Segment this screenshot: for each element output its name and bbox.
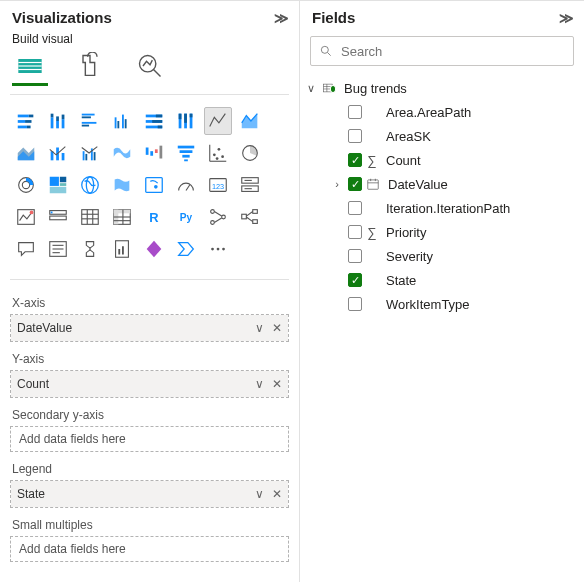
field-label: Priority [382, 225, 426, 240]
active-indicator-icon [330, 85, 336, 93]
svg-point-114 [217, 248, 220, 251]
svg-rect-16 [62, 119, 65, 128]
line-clustered-column-icon[interactable] [76, 139, 104, 167]
tab-format[interactable] [76, 52, 104, 80]
power-automate-icon[interactable] [172, 235, 200, 263]
svg-line-70 [186, 185, 190, 191]
xaxis-well[interactable]: DateValue ∨✕ [10, 314, 289, 342]
treemap-icon[interactable] [44, 171, 72, 199]
svg-rect-11 [27, 126, 31, 129]
remove-icon[interactable]: ✕ [272, 487, 282, 501]
decomposition-tree-icon[interactable] [236, 203, 264, 231]
field-severity[interactable]: Severity [304, 244, 578, 268]
remove-icon[interactable]: ✕ [272, 321, 282, 335]
py-visual-icon[interactable]: Py [172, 203, 200, 231]
yaxis-chip[interactable]: Count ∨✕ [11, 371, 288, 397]
clustered-column-icon[interactable] [108, 107, 136, 135]
line-stacked-column-icon[interactable] [44, 139, 72, 167]
chevron-down-icon[interactable]: ∨ [255, 321, 264, 335]
clustered-bar-icon[interactable] [76, 107, 104, 135]
field-area-areapath[interactable]: Area.AreaPath [304, 100, 578, 124]
svg-rect-15 [56, 116, 59, 121]
field-datevalue[interactable]: ›✓DateValue [304, 172, 578, 196]
r-visual-icon[interactable]: R [140, 203, 168, 231]
remove-icon[interactable]: ✕ [272, 377, 282, 391]
legend-well[interactable]: State ∨✕ [10, 480, 289, 508]
svg-point-61 [22, 181, 29, 188]
field-workitemtype[interactable]: WorkItemType [304, 292, 578, 316]
goals-icon[interactable] [76, 235, 104, 263]
field-checkbox[interactable] [348, 129, 362, 143]
chevron-down-icon[interactable]: ∨ [255, 377, 264, 391]
paginated-report-icon[interactable] [108, 235, 136, 263]
tab-build[interactable] [16, 52, 44, 80]
key-influencers-icon[interactable] [204, 203, 232, 231]
svg-rect-17 [62, 115, 65, 120]
more-visuals-icon[interactable] [204, 235, 232, 263]
field-checkbox[interactable]: ✓ [348, 177, 362, 191]
field-state[interactable]: ✓State [304, 268, 578, 292]
waterfall-icon[interactable] [140, 139, 168, 167]
kpi-icon[interactable] [12, 203, 40, 231]
line-chart-icon[interactable] [204, 107, 232, 135]
filled-map-icon[interactable] [108, 171, 136, 199]
yaxis-label: Y-axis [10, 342, 289, 370]
smart-narrative-icon[interactable] [44, 235, 72, 263]
field-checkbox[interactable]: ✓ [348, 153, 362, 167]
ribbon-chart-icon[interactable] [108, 139, 136, 167]
field-label: Iteration.IterationPath [382, 201, 510, 216]
scatter-icon[interactable] [204, 139, 232, 167]
stacked-bar-icon[interactable] [12, 107, 40, 135]
multi-row-card-icon[interactable] [236, 171, 264, 199]
gauge-icon[interactable] [172, 171, 200, 199]
svg-rect-21 [82, 125, 89, 127]
table-icon[interactable] [76, 203, 104, 231]
field-areask[interactable]: AreaSK [304, 124, 578, 148]
collapse-fields-icon[interactable]: ≫ [559, 10, 574, 26]
yaxis-well[interactable]: Count ∨✕ [10, 370, 289, 398]
field-count[interactable]: ✓∑Count [304, 148, 578, 172]
collapse-viz-icon[interactable]: ≫ [274, 10, 289, 26]
fields-panel: Fields ≫ ∨ Bug trends Area.AreaPathAreaS… [300, 0, 584, 582]
stacked-column-icon[interactable] [44, 107, 72, 135]
card-icon[interactable]: 123 [204, 171, 232, 199]
hundred-stacked-bar-icon[interactable] [140, 107, 168, 135]
field-checkbox[interactable]: ✓ [348, 273, 362, 287]
field-checkbox[interactable] [348, 201, 362, 215]
svg-rect-41 [83, 151, 85, 160]
matrix-icon[interactable] [108, 203, 136, 231]
xaxis-chip[interactable]: DateValue ∨✕ [11, 315, 288, 341]
funnel-icon[interactable] [172, 139, 200, 167]
small-well[interactable]: Add data fields here [10, 536, 289, 562]
fields-tree: ∨ Bug trends Area.AreaPathAreaSK✓∑Count›… [300, 72, 584, 320]
field-checkbox[interactable] [348, 105, 362, 119]
xaxis-label: X-axis [10, 286, 289, 314]
table-bug-trends[interactable]: ∨ Bug trends [304, 76, 578, 100]
field-checkbox[interactable] [348, 297, 362, 311]
donut-icon[interactable] [12, 171, 40, 199]
area-chart-icon[interactable] [236, 107, 264, 135]
field-checkbox[interactable] [348, 249, 362, 263]
chevron-down-icon[interactable]: ∨ [304, 82, 318, 95]
search-input[interactable] [310, 36, 574, 66]
svg-rect-81 [51, 212, 53, 214]
hundred-stacked-column-icon[interactable] [172, 107, 200, 135]
chevron-right-icon[interactable]: › [330, 178, 344, 190]
legend-chip[interactable]: State ∨✕ [11, 481, 288, 507]
field-iteration-iterationpath[interactable]: Iteration.IterationPath [304, 196, 578, 220]
slicer-icon[interactable] [44, 203, 72, 231]
svg-rect-89 [114, 210, 131, 214]
tab-analytics[interactable] [136, 52, 164, 80]
azure-map-icon[interactable] [140, 171, 168, 199]
field-priority[interactable]: ∑Priority [304, 220, 578, 244]
secy-well[interactable]: Add data fields here [10, 426, 289, 452]
chevron-down-icon[interactable]: ∨ [255, 487, 264, 501]
qna-icon[interactable] [12, 235, 40, 263]
stacked-area-icon[interactable] [12, 139, 40, 167]
secy-label: Secondary y-axis [10, 398, 289, 426]
svg-line-99 [214, 218, 221, 223]
power-apps-icon[interactable] [140, 235, 168, 263]
pie-icon[interactable] [236, 139, 264, 167]
field-checkbox[interactable] [348, 225, 362, 239]
map-icon[interactable] [76, 171, 104, 199]
